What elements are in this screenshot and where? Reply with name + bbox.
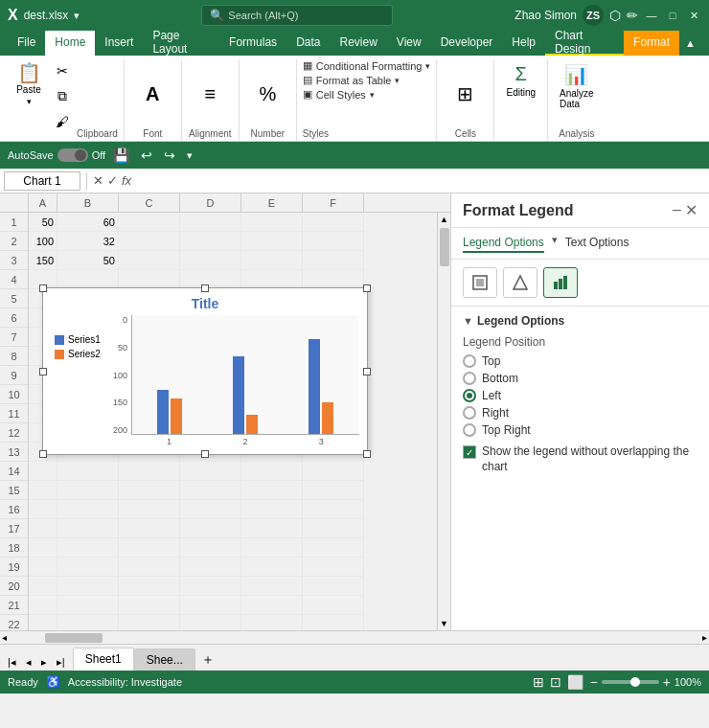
tab-page-layout[interactable]: Page Layout bbox=[143, 31, 219, 56]
undo-button[interactable]: ↩ bbox=[137, 146, 156, 165]
paste-button[interactable]: 📋 Paste ▾ bbox=[10, 59, 48, 110]
format-as-table-button[interactable]: ▤ Format as Table ▾ bbox=[303, 74, 431, 86]
cell-f3[interactable] bbox=[303, 251, 364, 270]
row-num-2[interactable]: 2 bbox=[0, 232, 28, 251]
tab-format[interactable]: Format bbox=[624, 31, 679, 56]
zoom-slider[interactable] bbox=[602, 680, 659, 684]
tab-insert[interactable]: Insert bbox=[95, 31, 143, 56]
zoom-in-button[interactable]: + bbox=[663, 674, 671, 690]
tab-home[interactable]: Home bbox=[45, 31, 95, 56]
radio-bottom[interactable]: Bottom bbox=[463, 372, 698, 385]
row-num-16[interactable]: 16 bbox=[0, 500, 28, 519]
font-button[interactable]: A bbox=[140, 80, 165, 109]
legend-options-dropdown-icon[interactable]: ▾ bbox=[552, 234, 558, 253]
radio-top-right[interactable]: Top Right bbox=[463, 423, 698, 437]
format-painter-button[interactable]: 🖌 bbox=[50, 110, 75, 133]
minimize-button[interactable]: — bbox=[644, 8, 659, 23]
row-num-11[interactable]: 11 bbox=[0, 404, 28, 423]
row-num-13[interactable]: 13 bbox=[0, 443, 28, 462]
save-button[interactable]: 💾 bbox=[109, 146, 133, 165]
cell-a1[interactable]: 50 bbox=[29, 213, 57, 232]
sheet-nav-next-button[interactable]: ▸ bbox=[37, 654, 51, 671]
tab-review[interactable]: Review bbox=[330, 31, 386, 56]
row-num-21[interactable]: 21 bbox=[0, 596, 28, 615]
row-num-14[interactable]: 14 bbox=[0, 462, 28, 481]
chart-handle-tc[interactable] bbox=[201, 284, 209, 292]
format-table-dropdown-icon[interactable]: ▾ bbox=[395, 76, 400, 85]
name-box[interactable] bbox=[4, 171, 80, 191]
cell-b2[interactable]: 32 bbox=[57, 232, 119, 251]
tab-view[interactable]: View bbox=[387, 31, 431, 56]
formula-input[interactable] bbox=[135, 174, 705, 188]
col-header-c[interactable]: C bbox=[119, 193, 180, 212]
border-icon-button[interactable] bbox=[503, 267, 537, 298]
row-num-19[interactable]: 19 bbox=[0, 557, 28, 577]
accessibility-label[interactable]: Accessibility: Investigate bbox=[68, 676, 182, 688]
maximize-button[interactable]: □ bbox=[665, 8, 680, 23]
ribbon-expand-icon[interactable]: ▲ bbox=[679, 37, 701, 49]
row-num-15[interactable]: 15 bbox=[0, 481, 28, 500]
show-legend-checkbox[interactable]: Show the legend without overlapping the … bbox=[463, 444, 698, 474]
row-num-1[interactable]: 1 bbox=[0, 213, 28, 232]
tab-formulas[interactable]: Formulas bbox=[219, 31, 286, 56]
radio-top[interactable]: Top bbox=[463, 354, 698, 368]
conditional-formatting-button[interactable]: ▦ Conditional Formatting ▾ bbox=[303, 59, 431, 72]
radio-right[interactable]: Right bbox=[463, 406, 698, 420]
tab-data[interactable]: Data bbox=[286, 31, 330, 56]
panel-collapse-button[interactable]: – bbox=[673, 201, 681, 219]
bar-chart-icon-button[interactable] bbox=[543, 267, 578, 298]
editing-button[interactable]: Σ Editing bbox=[500, 59, 541, 102]
scroll-thumb[interactable] bbox=[440, 228, 449, 266]
search-box[interactable]: 🔍 Search (Alt+Q) bbox=[201, 5, 393, 26]
redo-button[interactable]: ↪ bbox=[160, 146, 179, 165]
sheet-nav-first-button[interactable]: |◂ bbox=[4, 654, 20, 671]
cell-d1[interactable] bbox=[180, 213, 241, 232]
analyze-data-button[interactable]: 📊 AnalyzeData bbox=[554, 59, 600, 113]
cell-c2[interactable] bbox=[119, 232, 180, 251]
row-num-6[interactable]: 6 bbox=[0, 308, 28, 328]
chart-container[interactable]: Title Series1 Series2 bbox=[42, 287, 368, 455]
col-header-e[interactable]: E bbox=[241, 193, 303, 212]
customize-qat-button[interactable]: ▾ bbox=[183, 148, 196, 164]
cell-a3[interactable]: 150 bbox=[29, 251, 57, 270]
row-num-22[interactable]: 22 bbox=[0, 615, 28, 630]
row-num-4[interactable]: 4 bbox=[0, 270, 28, 289]
col-header-a[interactable]: A bbox=[29, 193, 57, 212]
cell-styles-dropdown-icon[interactable]: ▾ bbox=[370, 90, 375, 100]
row-num-18[interactable]: 18 bbox=[0, 538, 28, 557]
cut-button[interactable]: ✂ bbox=[50, 59, 75, 82]
col-header-f[interactable]: F bbox=[303, 193, 364, 212]
copy-button[interactable]: ⧉ bbox=[50, 84, 75, 108]
row-num-9[interactable]: 9 bbox=[0, 366, 28, 385]
cell-e2[interactable] bbox=[241, 232, 303, 251]
number-button[interactable]: % bbox=[253, 80, 282, 109]
chart-handle-bl[interactable] bbox=[39, 450, 47, 458]
scroll-up-button[interactable]: ▲ bbox=[438, 213, 451, 226]
scroll-h-right-btn[interactable]: ▸ bbox=[702, 632, 707, 643]
chart-handle-tr[interactable] bbox=[363, 284, 371, 292]
view-page-layout-icon[interactable]: ⬜ bbox=[567, 674, 583, 690]
cell-e1[interactable] bbox=[241, 213, 303, 232]
section-header-legend-options[interactable]: ▼ Legend Options bbox=[463, 314, 698, 328]
tab-developer[interactable]: Developer bbox=[431, 31, 503, 56]
col-header-d[interactable]: D bbox=[180, 193, 241, 212]
cell-b1[interactable]: 60 bbox=[57, 213, 119, 232]
sheet-tab-sheet2[interactable]: Shee... bbox=[134, 648, 195, 671]
cell-c3[interactable] bbox=[119, 251, 180, 270]
alignment-button[interactable]: ≡ bbox=[198, 80, 221, 109]
cancel-formula-button[interactable]: ✕ bbox=[93, 173, 103, 188]
row-num-12[interactable]: 12 bbox=[0, 423, 28, 443]
cell-b3[interactable]: 50 bbox=[57, 251, 119, 270]
row-num-3[interactable]: 3 bbox=[0, 251, 28, 270]
chart-handle-bc[interactable] bbox=[201, 450, 209, 458]
radio-left[interactable]: Left bbox=[463, 389, 698, 402]
panel-tab-text-options[interactable]: Text Options bbox=[565, 234, 629, 253]
paste-dropdown-icon[interactable]: ▾ bbox=[27, 97, 32, 106]
close-button[interactable]: ✕ bbox=[686, 8, 701, 23]
row-num-10[interactable]: 10 bbox=[0, 385, 28, 404]
tab-help[interactable]: Help bbox=[502, 31, 545, 56]
view-normal-icon[interactable]: ⊞ bbox=[533, 674, 544, 690]
row-num-20[interactable]: 20 bbox=[0, 577, 28, 596]
conditional-dropdown-icon[interactable]: ▾ bbox=[425, 61, 430, 71]
row-num-8[interactable]: 8 bbox=[0, 347, 28, 366]
